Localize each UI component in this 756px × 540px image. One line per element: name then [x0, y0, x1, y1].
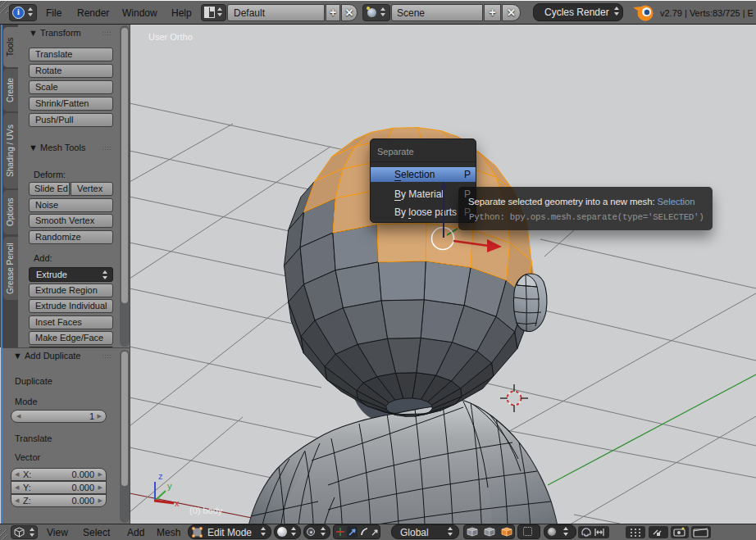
svg-text:y: y — [167, 481, 172, 491]
svg-text:z: z — [158, 471, 163, 481]
svg-text:x: x — [175, 498, 180, 508]
svg-text:User Ortho: User Ortho — [148, 32, 193, 42]
svg-text:(0) body: (0) body — [189, 506, 223, 515]
